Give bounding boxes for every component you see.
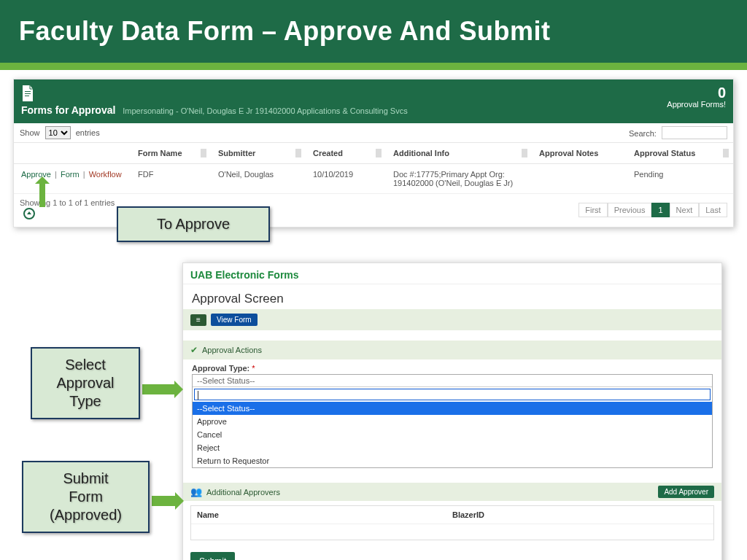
- impersonating-text: Impersonating - O'Neil, Douglas E Jr 191…: [123, 106, 407, 115]
- approval-type-area: Approval Type: * --Select Status-- --Sel…: [183, 359, 721, 475]
- table-row: Approve | Form | Workflow FDF O'Neil, Do…: [14, 164, 733, 194]
- option-cancel[interactable]: Cancel: [193, 428, 712, 441]
- list-icon: ≡: [190, 314, 206, 326]
- entries-control: Show 10 entries: [20, 126, 100, 139]
- select-options: --Select Status-- Approve Cancel Reject …: [193, 402, 712, 467]
- col-form-name[interactable]: Form Name: [131, 143, 211, 164]
- arrow-submit-icon: [152, 496, 177, 506]
- option-reject[interactable]: Reject: [193, 441, 712, 454]
- search-input[interactable]: [662, 126, 727, 139]
- check-icon: ✔: [190, 345, 198, 355]
- arrow-to-approve-icon: [39, 182, 45, 207]
- pager: First Previous 1 Next Last: [578, 203, 727, 217]
- pager-previous[interactable]: Previous: [608, 203, 652, 217]
- people-icon: 👥: [190, 486, 202, 497]
- select-search-input[interactable]: [194, 389, 711, 400]
- submit-button[interactable]: Submit: [190, 552, 235, 560]
- approval-actions-label: Approval Actions: [202, 346, 262, 354]
- option-approve[interactable]: Approve: [193, 415, 712, 428]
- row-actions: Approve | Form | Workflow: [14, 164, 131, 194]
- cell-additional-info: Doc #:17775;Primary Appt Org: 191402000 …: [386, 164, 532, 194]
- approval-actions-bar: ✔ Approval Actions: [183, 341, 721, 359]
- forms-for-approval-panel: Forms for Approval Impersonating - O'Nei…: [13, 79, 734, 228]
- grid-col-name: Name: [197, 510, 452, 519]
- cell-approval-status: Pending: [627, 164, 733, 194]
- entries-select[interactable]: 10: [45, 126, 71, 139]
- section-heading: Approval Screen: [183, 284, 721, 309]
- approval-count-label: Approval Forms!: [667, 100, 726, 109]
- slide-header: Faculty Data Form – Approve And Submit: [0, 0, 747, 63]
- cell-submitter: O'Neil, Douglas: [211, 164, 306, 194]
- add-approver-button[interactable]: Add Approver: [658, 486, 714, 498]
- option-return[interactable]: Return to Requestor: [193, 454, 712, 467]
- approval-count: 0 Approval Forms!: [667, 85, 726, 109]
- table-controls: Show 10 entries Search:: [14, 123, 733, 143]
- refresh-icon[interactable]: [23, 207, 36, 220]
- search-control: Search:: [629, 126, 727, 139]
- header-accent-bar: [0, 63, 747, 70]
- search-label: Search:: [629, 129, 657, 138]
- show-label-post: entries: [76, 128, 100, 137]
- pager-last[interactable]: Last: [699, 203, 727, 217]
- svg-rect-2: [25, 96, 29, 96]
- col-additional-info[interactable]: Additional Info: [386, 143, 532, 164]
- col-submitter[interactable]: Submitter: [211, 143, 306, 164]
- callout-submit: Submit Form (Approved): [22, 461, 150, 533]
- pager-first[interactable]: First: [578, 203, 607, 217]
- show-label-pre: Show: [20, 128, 40, 137]
- approval-screen-panel: UAB Electronic Forms Approval Screen ≡ V…: [182, 262, 722, 560]
- showing-text: Showing 1 to 1 of 1 entries: [20, 198, 115, 207]
- col-approval-status[interactable]: Approval Status: [627, 143, 733, 164]
- option-select-status[interactable]: --Select Status--: [193, 402, 712, 415]
- required-asterisk: *: [252, 364, 255, 373]
- pager-next[interactable]: Next: [670, 203, 700, 217]
- panel-header: Forms for Approval Impersonating - O'Nei…: [14, 79, 733, 123]
- arrow-select-type-icon: [142, 384, 176, 394]
- pager-page-1[interactable]: 1: [651, 203, 669, 217]
- view-form-bar: ≡ View Form: [183, 309, 721, 330]
- brand-title: UAB Electronic Forms: [183, 263, 721, 284]
- grid-col-blazerid: BlazerID: [452, 510, 708, 519]
- cell-created: 10/10/2019: [306, 164, 386, 194]
- slide-title: Faculty Data Form – Approve And Submit: [19, 16, 728, 47]
- additional-approvers-bar: 👥 Additional Approvers Add Approver: [183, 483, 721, 501]
- document-icon: [21, 85, 34, 101]
- callout-to-approve: To Approve: [117, 206, 270, 242]
- view-form-button[interactable]: View Form: [211, 314, 258, 326]
- approval-type-label: Approval Type:: [192, 364, 249, 373]
- callout-to-approve-text: To Approve: [128, 215, 258, 233]
- svg-rect-0: [25, 91, 31, 92]
- cell-approval-notes: [532, 164, 627, 194]
- approval-type-select[interactable]: --Select Status-- --Select Status-- Appr…: [192, 374, 713, 468]
- panel-title-text: Forms for Approval: [21, 104, 115, 116]
- workflow-link[interactable]: Workflow: [89, 170, 122, 179]
- form-link[interactable]: Form: [61, 170, 80, 179]
- additional-approvers-label: Additional Approvers: [206, 488, 280, 497]
- grid-empty-row: [191, 524, 713, 540]
- select-current: --Select Status--: [193, 375, 712, 387]
- col-created[interactable]: Created: [306, 143, 386, 164]
- cell-form-name: FDF: [131, 164, 211, 194]
- col-approval-notes[interactable]: Approval Notes: [532, 143, 627, 164]
- callout-select-type: Select Approval Type: [31, 347, 140, 419]
- col-actions[interactable]: [14, 143, 131, 164]
- approver-grid: Name BlazerID: [190, 505, 714, 540]
- svg-rect-1: [25, 93, 31, 94]
- approval-count-number: 0: [667, 85, 726, 100]
- forms-table: Form Name Submitter Created Additional I…: [14, 143, 733, 194]
